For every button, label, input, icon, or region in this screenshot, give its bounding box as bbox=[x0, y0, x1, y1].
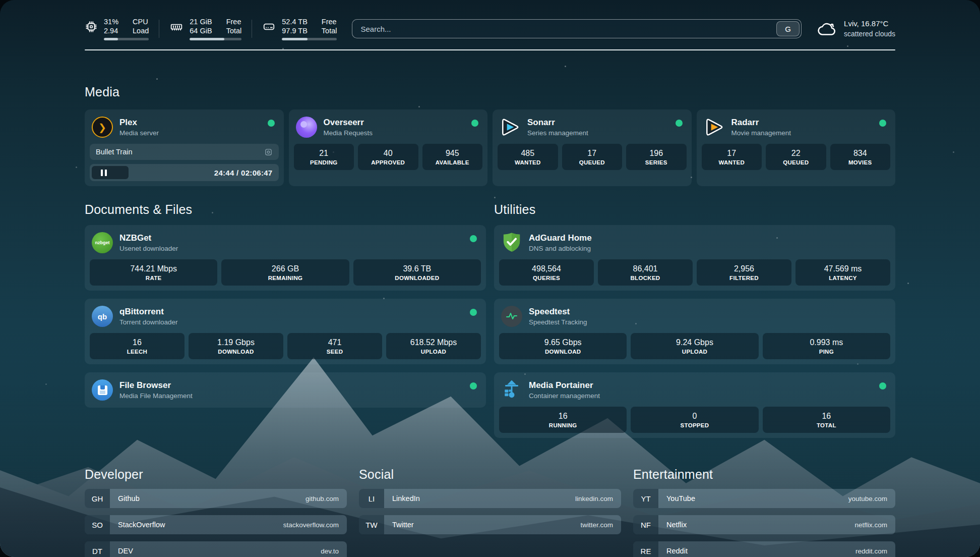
search-bar: G bbox=[352, 19, 802, 38]
search-provider-button[interactable]: G bbox=[776, 21, 800, 36]
bookmark-label: Github bbox=[110, 494, 140, 503]
resource-separator bbox=[252, 20, 252, 38]
bookmark-domain: youtube.com bbox=[848, 495, 895, 503]
speedtest-icon bbox=[501, 306, 522, 327]
plex-now-playing-row: Bullet Train bbox=[90, 144, 279, 160]
service-title: AdGuard Home bbox=[529, 233, 592, 243]
weather-cloud-icon bbox=[817, 21, 837, 37]
memory-icon bbox=[169, 20, 183, 33]
status-dot bbox=[470, 309, 477, 316]
bookmark-github[interactable]: GH Github github.com bbox=[85, 489, 347, 508]
weather-location-temp: Lviv, 16.87°C bbox=[844, 19, 895, 29]
overseerr-icon bbox=[296, 117, 317, 138]
header-divider bbox=[85, 49, 895, 50]
playback-progress bbox=[92, 166, 129, 179]
bookmark-twitter[interactable]: TW Twitter twitter.com bbox=[359, 515, 621, 534]
disk-values: 52.4 TB 97.9 TB bbox=[282, 17, 308, 35]
search-input[interactable] bbox=[352, 25, 776, 33]
service-title: Media Portainer bbox=[529, 380, 600, 391]
bookmark-abbr: LI bbox=[359, 489, 384, 508]
stat-block: 498,564QUERIES bbox=[499, 259, 594, 286]
section-title-social: Social bbox=[359, 467, 621, 482]
status-dot bbox=[879, 382, 886, 389]
stat-block: 196SERIES bbox=[626, 144, 687, 170]
service-card-qbittorrent[interactable]: qb qBittorrent Torrent downloader 16LEEC… bbox=[85, 299, 486, 364]
memory-progress-bar bbox=[190, 38, 241, 40]
stat-block: 2,956FILTERED bbox=[697, 259, 791, 286]
bookmark-abbr: DT bbox=[85, 541, 110, 557]
bookmark-group-social: Social LI LinkedIn linkedin.com TW Twitt… bbox=[359, 467, 621, 557]
service-subtitle: Series management bbox=[527, 129, 588, 137]
bookmark-domain: twitter.com bbox=[580, 521, 621, 529]
service-subtitle: Torrent downloader bbox=[119, 318, 178, 326]
bookmark-group-entertainment: Entertainment YT YouTube youtube.com NF … bbox=[633, 467, 895, 557]
bookmark-reddit[interactable]: RE Reddit reddit.com bbox=[633, 541, 895, 557]
stat-block: 39.6 TBDOWNLOADED bbox=[353, 259, 481, 286]
service-card-adguard[interactable]: AdGuard Home DNS and adblocking 498,564Q… bbox=[494, 225, 895, 291]
bookmark-domain: dev.to bbox=[321, 547, 347, 555]
cpu-progress-bar bbox=[104, 38, 149, 40]
weather-widget: Lviv, 16.87°C scattered clouds bbox=[817, 19, 895, 39]
bookmark-label: YouTube bbox=[658, 494, 695, 503]
service-title: NZBGet bbox=[119, 233, 178, 243]
service-title: Radarr bbox=[731, 118, 791, 128]
stat-block: 0STOPPED bbox=[631, 407, 758, 433]
service-card-sonarr[interactable]: Sonarr Series management 485WANTED 17QUE… bbox=[493, 109, 692, 186]
bookmark-netflix[interactable]: NF Netflix netflix.com bbox=[633, 515, 895, 534]
service-title: File Browser bbox=[119, 380, 193, 391]
cpu-icon bbox=[85, 20, 98, 33]
bookmark-label: Netflix bbox=[658, 521, 687, 529]
bookmark-stackoverflow[interactable]: SO StackOverflow stackoverflow.com bbox=[85, 515, 347, 534]
stat-block: 744.21 MbpsRATE bbox=[90, 259, 217, 286]
bookmark-abbr: YT bbox=[633, 489, 658, 508]
plex-icon: ❯ bbox=[92, 117, 113, 138]
stat-block: 17WANTED bbox=[702, 144, 762, 170]
status-dot bbox=[470, 382, 477, 389]
service-card-nzbget[interactable]: nzbget NZBGet Usenet downloader 744.21 M… bbox=[85, 225, 486, 291]
service-title: Speedtest bbox=[529, 307, 587, 317]
stat-block: 16LEECH bbox=[90, 333, 185, 359]
service-card-plex[interactable]: ❯ Plex Media server Bullet Train bbox=[85, 109, 284, 186]
bookmark-label: Twitter bbox=[384, 521, 414, 529]
bookmark-label: LinkedIn bbox=[384, 494, 420, 503]
stat-block: 40APPROVED bbox=[358, 144, 418, 170]
stat-block: 266 GBREMAINING bbox=[221, 259, 349, 286]
service-card-overseerr[interactable]: Overseerr Media Requests 21PENDING 40APP… bbox=[289, 109, 488, 186]
disk-labels: Free Total bbox=[322, 17, 337, 35]
memory-labels: Free Total bbox=[226, 17, 242, 35]
stat-block: 16RUNNING bbox=[499, 407, 627, 433]
radarr-icon bbox=[704, 117, 725, 138]
cpu-values: 31% 2.94 bbox=[104, 17, 118, 35]
pause-icon[interactable] bbox=[99, 168, 109, 178]
service-title: qBittorrent bbox=[119, 307, 178, 317]
bookmark-linkedin[interactable]: LI LinkedIn linkedin.com bbox=[359, 489, 621, 508]
bookmark-youtube[interactable]: YT YouTube youtube.com bbox=[633, 489, 895, 508]
disk-icon bbox=[262, 20, 276, 33]
stat-block: 618.52 MbpsUPLOAD bbox=[386, 333, 481, 359]
stat-block: 485WANTED bbox=[498, 144, 558, 170]
service-subtitle: Usenet downloader bbox=[119, 245, 178, 252]
bookmark-dev[interactable]: DT DEV dev.to bbox=[85, 541, 347, 557]
bookmark-label: Reddit bbox=[658, 547, 688, 555]
section-title-utilities: Utilities bbox=[494, 202, 895, 217]
bookmark-abbr: SO bbox=[85, 515, 110, 534]
weather-condition: scattered clouds bbox=[844, 29, 895, 39]
section-title-developer: Developer bbox=[85, 467, 347, 482]
qbittorrent-icon: qb bbox=[92, 306, 113, 327]
service-card-filebrowser[interactable]: File Browser Media File Management bbox=[85, 372, 486, 408]
service-subtitle: Speedtest Tracking bbox=[529, 318, 587, 326]
service-card-portainer[interactable]: Media Portainer Container management 16R… bbox=[494, 372, 895, 438]
resource-separator bbox=[159, 20, 159, 38]
bookmark-label: StackOverflow bbox=[110, 521, 165, 529]
status-dot bbox=[470, 235, 477, 242]
playback-time: 24:44 / 02:06:47 bbox=[214, 169, 273, 177]
service-card-speedtest[interactable]: Speedtest Speedtest Tracking 9.65 GbpsDO… bbox=[494, 299, 895, 364]
bookmark-domain: github.com bbox=[305, 495, 347, 503]
bookmark-domain: reddit.com bbox=[855, 547, 895, 555]
bookmark-abbr: TW bbox=[359, 515, 384, 534]
camera-icon[interactable] bbox=[264, 148, 273, 156]
memory-resource-widget: 21 GiB 64 GiB Free Total bbox=[169, 17, 241, 40]
service-card-radarr[interactable]: Radarr Movie management 17WANTED 22QUEUE… bbox=[697, 109, 896, 186]
bookmark-abbr: GH bbox=[85, 489, 110, 508]
section-title-documents: Documents & Files bbox=[85, 202, 486, 217]
